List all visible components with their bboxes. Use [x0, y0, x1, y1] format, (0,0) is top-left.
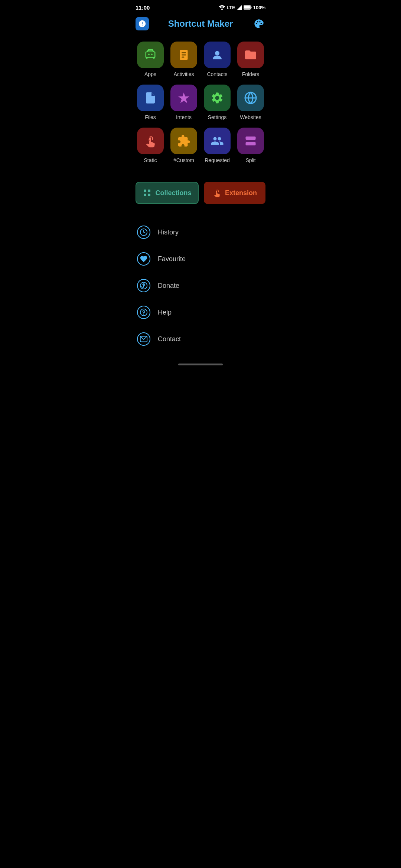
intents-icon	[177, 91, 190, 105]
apps-icon-bg	[137, 42, 164, 68]
history-label: History	[158, 228, 179, 236]
extension-button[interactable]: Extension	[204, 182, 265, 204]
menu-list: History Favourite Donate Help	[128, 215, 273, 356]
settings-icon	[211, 91, 224, 105]
signal-icon	[237, 5, 242, 10]
alert-badge-icon	[138, 20, 146, 28]
requested-icon-bg	[204, 128, 231, 154]
custom-label: #Custom	[173, 157, 194, 163]
svg-rect-19	[148, 190, 150, 192]
contacts-label: Contacts	[207, 71, 227, 77]
help-icon-container	[137, 306, 150, 319]
heart-icon	[140, 255, 148, 263]
alert-badge-button[interactable]	[136, 17, 149, 30]
files-icon	[144, 91, 157, 105]
websites-icon	[244, 91, 257, 105]
websites-icon-bg	[237, 85, 264, 111]
palette-button[interactable]	[252, 17, 265, 30]
svg-point-9	[151, 54, 153, 55]
settings-label: Settings	[208, 114, 227, 120]
grid-item-websites[interactable]: Websites	[236, 85, 265, 120]
collections-grid-icon	[143, 188, 151, 197]
android-icon	[143, 48, 157, 62]
action-buttons: Collections Extension	[128, 174, 273, 215]
svg-rect-12	[182, 55, 186, 56]
grid-item-files[interactable]: Files	[136, 85, 165, 120]
svg-point-14	[215, 51, 219, 56]
collections-button[interactable]: Collections	[136, 182, 199, 204]
activities-label: Activities	[173, 71, 194, 77]
grid-item-settings[interactable]: Settings	[202, 85, 232, 120]
grid-item-split[interactable]: Split	[236, 128, 265, 163]
svg-rect-18	[144, 190, 146, 192]
activities-icon	[177, 48, 190, 62]
grid-row-1: Apps Activities Contacts	[136, 42, 265, 77]
favourite-label: Favourite	[158, 255, 186, 263]
svg-rect-3	[244, 6, 250, 9]
envelope-icon	[140, 335, 148, 343]
requested-icon	[211, 134, 224, 148]
extension-button-label: Extension	[225, 189, 257, 197]
grid-item-static[interactable]: Static	[136, 128, 165, 163]
menu-item-favourite[interactable]: Favourite	[128, 246, 273, 272]
grid-item-intents[interactable]: Intents	[169, 85, 199, 120]
grid-item-custom[interactable]: #Custom	[169, 128, 199, 163]
grid-item-apps[interactable]: Apps	[136, 42, 165, 77]
grid-item-contacts[interactable]: Contacts	[202, 42, 232, 77]
status-bar: 11:00 LTE 100%	[128, 0, 273, 13]
battery-icon	[244, 5, 252, 10]
split-label: Split	[245, 157, 255, 163]
custom-icon	[177, 134, 190, 148]
svg-rect-7	[146, 52, 154, 57]
static-icon	[144, 134, 157, 148]
donate-icon-container	[137, 279, 150, 292]
menu-item-help[interactable]: Help	[128, 299, 273, 326]
favourite-icon-container	[137, 252, 150, 266]
svg-rect-21	[148, 194, 150, 196]
svg-rect-17	[246, 142, 256, 145]
files-label: Files	[145, 114, 156, 120]
static-label: Static	[144, 157, 157, 163]
history-icon-container	[137, 226, 150, 239]
requested-label: Requested	[205, 157, 230, 163]
split-icon	[244, 134, 257, 148]
apps-label: Apps	[144, 71, 156, 77]
settings-icon-bg	[204, 85, 231, 111]
grid-item-activities[interactable]: Activities	[169, 42, 199, 77]
svg-point-26	[144, 314, 144, 314]
grid-row-3: Static #Custom Requested	[136, 128, 265, 163]
custom-icon-bg	[170, 128, 197, 154]
battery-percent: 100%	[253, 5, 265, 10]
svg-rect-4	[251, 7, 251, 9]
home-indicator	[128, 356, 273, 369]
shortcut-grid: Apps Activities Contacts	[128, 38, 273, 174]
svg-point-8	[148, 54, 150, 55]
static-icon-bg	[137, 128, 164, 154]
activities-icon-bg	[170, 42, 197, 68]
grid-item-folders[interactable]: Folders	[236, 42, 265, 77]
svg-marker-1	[237, 5, 242, 10]
clock-icon	[140, 228, 148, 236]
folders-icon-bg	[237, 42, 264, 68]
grid-item-requested[interactable]: Requested	[202, 128, 232, 163]
menu-item-contact[interactable]: Contact	[128, 326, 273, 352]
contact-label: Contact	[158, 335, 181, 343]
status-time: 11:00	[136, 4, 150, 11]
svg-rect-11	[182, 52, 186, 53]
menu-item-donate[interactable]: Donate	[128, 272, 273, 299]
intents-label: Intents	[176, 114, 192, 120]
svg-point-0	[221, 9, 223, 10]
lte-label: LTE	[226, 5, 235, 10]
help-label: Help	[158, 309, 172, 316]
folders-icon	[244, 48, 257, 62]
palette-icon	[254, 19, 264, 29]
extension-touch-icon	[212, 188, 221, 197]
intents-icon-bg	[170, 85, 197, 111]
contacts-icon	[211, 48, 224, 62]
top-bar: Shortcut Maker	[128, 13, 273, 38]
svg-rect-13	[182, 57, 185, 58]
contact-icon-container	[137, 332, 150, 346]
menu-item-history[interactable]: History	[128, 219, 273, 246]
dollar-icon	[140, 282, 148, 290]
contacts-icon-bg	[204, 42, 231, 68]
